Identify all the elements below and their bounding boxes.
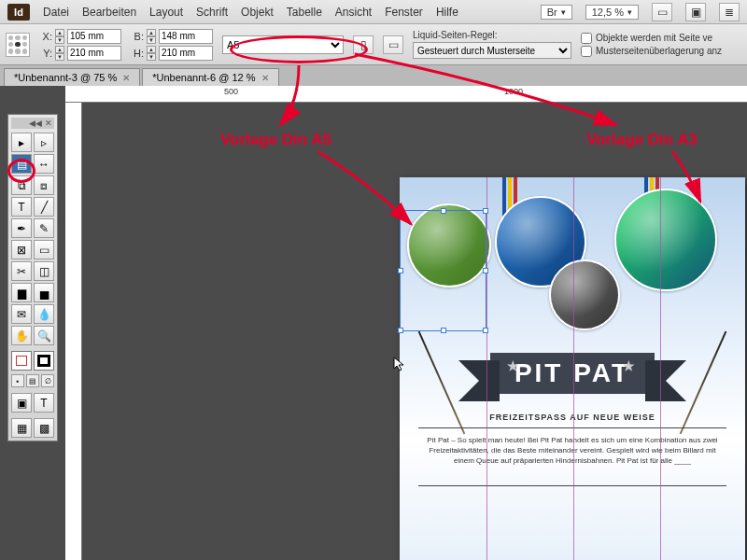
formatting-container-icon[interactable]: ▣ [11, 393, 32, 413]
ruler-horizontal[interactable]: 500 1000 [65, 86, 747, 103]
chk-objects-label: Objekte werden mit Seite ve [596, 33, 712, 43]
menu-bearbeiten[interactable]: Bearbeiten [82, 6, 136, 19]
column-guide[interactable] [660, 177, 661, 560]
page-tool-cursor [393, 357, 406, 371]
flyer-banner: ★PIT PAT★ [409, 345, 736, 401]
menu-hilfe[interactable]: Hilfe [436, 6, 458, 19]
panel-collapse-icon[interactable]: ◀◀ ✕ [11, 118, 54, 129]
gap-tool[interactable]: ↔ [34, 154, 54, 174]
ruler-vertical[interactable] [65, 103, 82, 560]
chk-master-label: Musterseitenüberlagerung anz [596, 46, 722, 56]
pencil-tool[interactable]: ✎ [34, 218, 54, 238]
flyer-body: Pit Pat – So spielt man heute! Bei Pit P… [418, 435, 726, 466]
h-label: H: [131, 48, 144, 59]
line-tool[interactable]: ╱ [34, 197, 54, 217]
document-tabs: *Unbenannt-3 @ 75 %✕ *Unbenannt-6 @ 12 %… [0, 65, 747, 86]
page-preset-dropdown[interactable]: A5 [222, 35, 344, 54]
chk-objects-with-page[interactable] [581, 33, 592, 44]
view-mode-icon[interactable]: ▭ [652, 3, 672, 21]
type-tool[interactable]: T [11, 197, 32, 217]
y-label: Y: [39, 48, 52, 59]
app-logo: Id [7, 4, 30, 21]
normal-view-icon[interactable]: ▦ [11, 418, 32, 438]
page-a5-selection[interactable] [400, 210, 486, 331]
menu-ansicht[interactable]: Ansicht [335, 6, 372, 19]
direct-selection-tool[interactable]: ▹ [34, 133, 54, 152]
eyedropper-tool[interactable]: 💧 [34, 304, 54, 324]
note-tool[interactable]: ✉ [11, 304, 32, 324]
control-bar: X:▲▼ Y:▲▼ B:▲▼ H:▲▼ A5 ▯ ▭ Liquid-Seiten… [0, 24, 747, 65]
zoom-tool[interactable]: 🔍 [34, 326, 54, 345]
y-field[interactable] [67, 46, 121, 61]
menu-datei[interactable]: Datei [43, 6, 69, 19]
free-transform-tool[interactable]: ◫ [34, 261, 54, 281]
w-label: B: [131, 31, 144, 42]
x-field[interactable] [67, 29, 121, 44]
zoom-level[interactable]: 12,5 %▾ [585, 5, 639, 20]
arrange-icon[interactable]: ≣ [719, 3, 740, 21]
screen-mode-icon[interactable]: ▣ [685, 3, 706, 21]
scissors-tool[interactable]: ✂ [11, 261, 32, 281]
page-tool[interactable]: ▤ [11, 154, 32, 174]
selection-tool[interactable]: ▸ [11, 133, 32, 152]
bridge-button[interactable]: Br▾ [541, 5, 572, 20]
close-icon[interactable]: ✕ [122, 73, 130, 83]
formatting-text-icon[interactable]: T [34, 393, 54, 413]
stroke-swatch[interactable] [34, 351, 54, 371]
liquid-rule-dropdown[interactable]: Gesteuert durch Musterseite [413, 42, 571, 59]
tab-unbenannt-6[interactable]: *Unbenannt-6 @ 12 %✕ [142, 68, 278, 86]
tab-unbenannt-3[interactable]: *Unbenannt-3 @ 75 %✕ [4, 68, 140, 86]
fill-swatch[interactable] [11, 351, 32, 371]
orientation-landscape-icon[interactable]: ▭ [383, 35, 403, 54]
apply-color-icon[interactable]: ▪ [11, 374, 24, 387]
menubar: Id Datei Bearbeiten Layout Schrift Objek… [0, 0, 747, 24]
apply-gradient-icon[interactable]: ▤ [26, 374, 39, 387]
gradient-swatch-tool[interactable]: ▆ [11, 283, 32, 302]
close-icon[interactable]: ✕ [261, 73, 269, 83]
preview-view-icon[interactable]: ▩ [34, 418, 54, 438]
w-field[interactable] [159, 29, 213, 44]
menu-fenster[interactable]: Fenster [385, 6, 423, 19]
chk-master-overlay[interactable] [581, 46, 592, 57]
flyer-photo-3 [549, 259, 620, 330]
rectangle-tool[interactable]: ▭ [34, 240, 54, 259]
tool-panel: ◀◀ ✕ ▸▹ ▤↔ ⧉⧈ T╱ ✒✎ ⊠▭ ✂◫ ▆▅ ✉💧 ✋🔍 ▪▤∅ ▣… [7, 114, 58, 441]
rectangle-frame-tool[interactable]: ⊠ [11, 240, 32, 259]
liquid-label: Liquid-Seiten-Regel: [413, 30, 571, 40]
reference-point[interactable] [6, 33, 30, 57]
column-guide[interactable] [486, 177, 487, 560]
gradient-feather-tool[interactable]: ▅ [34, 283, 54, 302]
hand-tool[interactable]: ✋ [11, 326, 32, 345]
orientation-portrait-icon[interactable]: ▯ [353, 35, 374, 54]
menu-schrift[interactable]: Schrift [196, 6, 228, 19]
apply-none-icon[interactable]: ∅ [41, 374, 54, 387]
document-canvas[interactable]: ★PIT PAT★ FREIZEITSPASS AUF NEUE WEISE P… [82, 103, 747, 560]
h-field[interactable] [159, 46, 213, 61]
x-label: X: [39, 31, 52, 42]
column-guide[interactable] [573, 177, 574, 560]
flyer-photo-4 [614, 189, 717, 291]
pen-tool[interactable]: ✒ [11, 218, 32, 238]
content-placer-tool[interactable]: ⧈ [34, 175, 54, 195]
menu-objekt[interactable]: Objekt [241, 6, 274, 19]
menu-tabelle[interactable]: Tabelle [287, 6, 322, 19]
content-collector-tool[interactable]: ⧉ [11, 175, 32, 195]
menu-layout[interactable]: Layout [149, 6, 183, 19]
flyer-subtitle: FREIZEITSPASS AUF NEUE WEISE [400, 413, 745, 422]
